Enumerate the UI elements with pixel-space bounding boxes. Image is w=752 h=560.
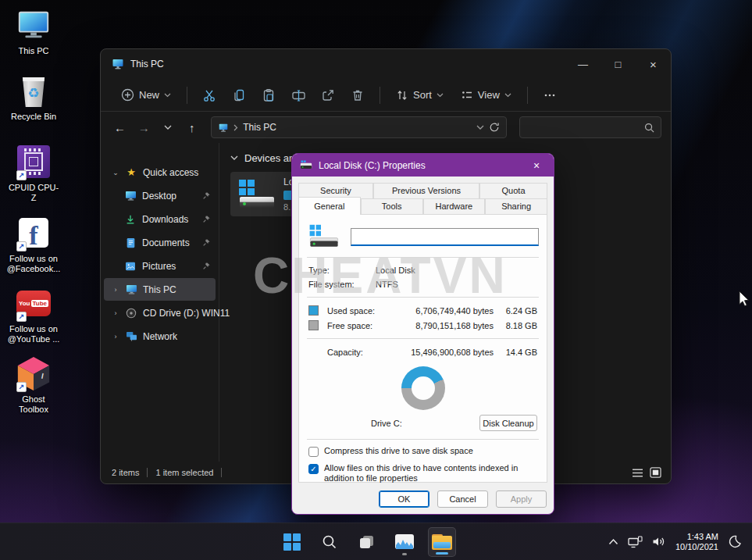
search-icon [322, 534, 337, 550]
taskbar-clock[interactable]: 1:43 AM 10/10/2021 [675, 532, 718, 552]
desktop-icon-label: Recycle Bin [6, 112, 61, 122]
trash-icon [351, 88, 365, 102]
copy-button[interactable] [226, 84, 251, 107]
night-light-moon-icon[interactable] [728, 535, 741, 548]
sidebar-item-network[interactable]: › Network [104, 325, 216, 348]
dialog-checkbox-1[interactable]: Allow files on this drive to have conten… [308, 463, 537, 483]
dialog-tabs: Security Previous Versions Quota General… [292, 177, 554, 215]
task-view-icon [358, 534, 375, 550]
start-button[interactable] [278, 527, 306, 557]
sidebar-item-pictures[interactable]: Pictures [104, 255, 216, 277]
dialog-checkbox-0[interactable]: Compress this drive to save disk space [308, 446, 537, 457]
up-button[interactable]: ↑ [182, 117, 201, 137]
view-button[interactable]: View [454, 84, 518, 106]
search-input[interactable] [519, 116, 661, 138]
ok-button[interactable]: OK [379, 490, 429, 508]
rename-icon [291, 88, 306, 102]
explorer-titlebar[interactable]: This PC — □ × [101, 49, 671, 79]
share-button[interactable] [315, 84, 340, 107]
checkbox-icon[interactable] [308, 447, 319, 457]
desktop-icon-this-pc[interactable]: This PC [6, 6, 61, 56]
divider [307, 297, 539, 298]
scissors-icon [202, 88, 216, 102]
free-space-row: Free space: 8,790,151,168 bytes 8.18 GB [307, 318, 539, 333]
dialog-footer: OK Cancel Apply [292, 484, 554, 514]
sidebar-item-quick-access[interactable]: ⌄ ★ Quick access [104, 161, 216, 184]
sort-button[interactable]: Sort [390, 84, 450, 106]
chevron-collapsed-icon[interactable]: › [112, 286, 119, 294]
task-manager-icon [395, 534, 414, 549]
forward-button[interactable]: → [134, 117, 154, 137]
sidebar-item-this-pc[interactable]: › This PC [104, 278, 216, 301]
chevron-expanded-icon[interactable]: ⌄ [112, 169, 119, 177]
plus-circle-icon [121, 88, 134, 102]
volume-icon[interactable] [652, 536, 666, 548]
dialog-titlebar[interactable]: Local Disk (C:) Properties × [292, 154, 554, 177]
file-explorer-button[interactable] [428, 527, 456, 557]
desktop-icon-label: CPUID CPU-Z [6, 183, 61, 203]
desktop-icon-label: Follow us on @Facebook... [6, 254, 61, 274]
running-indicator [402, 553, 407, 555]
details-view-button[interactable] [632, 468, 643, 478]
tab-page-general: Type: Local Disk File system: NTFS Used … [298, 214, 547, 483]
paste-button[interactable] [256, 84, 281, 107]
shortcut-arrow-icon: ↗ [16, 382, 27, 392]
sidebar-item-documents[interactable]: Documents [104, 231, 216, 254]
breadcrumb[interactable]: This PC [243, 122, 276, 133]
apply-button[interactable]: Apply [496, 490, 547, 508]
chevron-down-icon[interactable] [476, 125, 484, 130]
large-icons-view-button[interactable] [650, 467, 661, 478]
desktop-icon-youtube[interactable]: YouTube ↗ Follow us on @YouTube ... [6, 284, 61, 344]
tab-sharing[interactable]: Sharing [485, 198, 547, 215]
new-button[interactable]: New [115, 84, 177, 106]
used-space-bytes: 6,706,749,440 bytes [401, 306, 494, 316]
back-button[interactable]: ← [110, 117, 130, 137]
desktop-icon-recycle-bin[interactable]: ♻ Recycle Bin [6, 72, 61, 122]
desktop-icon-cpuz[interactable]: ↗ CPUID CPU-Z [6, 143, 61, 203]
clock-date: 10/10/2021 [675, 542, 718, 552]
dialog-close-button[interactable]: × [527, 159, 546, 172]
tab-quota[interactable]: Quota [479, 183, 547, 198]
maximize-button[interactable]: □ [601, 49, 636, 79]
hidden-icons-chevron-icon[interactable] [608, 538, 618, 545]
cancel-button[interactable]: Cancel [437, 490, 488, 508]
address-box[interactable]: This PC [211, 116, 507, 138]
sidebar-item-downloads[interactable]: Downloads [104, 208, 216, 230]
tab-tools[interactable]: Tools [361, 198, 423, 215]
used-space-row: Used space: 6,706,749,440 bytes 6.24 GB [307, 303, 539, 318]
mouse-cursor [739, 291, 752, 308]
network-icon[interactable] [628, 536, 643, 548]
download-icon [124, 214, 137, 225]
more-options-button[interactable] [537, 84, 562, 107]
minimize-button[interactable]: — [565, 49, 601, 79]
task-view-button[interactable] [353, 527, 381, 557]
desktop-icon-facebook[interactable]: f ↗ Follow us on @Facebook... [6, 214, 61, 274]
shortcut-arrow-icon: ↗ [16, 241, 27, 251]
tab-previous-versions[interactable]: Previous Versions [373, 183, 479, 198]
pin-icon [202, 238, 211, 247]
disk-cleanup-button[interactable]: Disk Cleanup [479, 415, 537, 431]
checkbox-icon[interactable] [308, 464, 319, 474]
cpuz-icon: ↗ [15, 143, 52, 180]
volume-label-input[interactable] [351, 228, 539, 246]
recent-locations-button[interactable] [159, 117, 178, 137]
sidebar-item-desktop[interactable]: Desktop [104, 184, 216, 207]
facebook-icon: f ↗ [15, 214, 52, 251]
close-button[interactable]: × [636, 49, 671, 79]
cut-button[interactable] [197, 84, 222, 107]
tab-hardware[interactable]: Hardware [423, 198, 486, 215]
rename-button[interactable] [286, 84, 311, 107]
delete-button[interactable] [345, 84, 370, 107]
sidebar-item-cd-drive[interactable]: › CD Drive (D:) WIN11 [104, 301, 216, 324]
tab-general[interactable]: General [298, 197, 361, 215]
taskbar-search-button[interactable] [315, 527, 344, 557]
drive-icon [308, 224, 340, 249]
desktop-icon-ghost-toolbox[interactable]: / ↗ Ghost Toolbox [6, 355, 61, 415]
refresh-icon[interactable] [489, 122, 500, 133]
chevron-collapsed-icon[interactable]: › [112, 309, 119, 317]
cd-drive-icon [125, 308, 137, 319]
document-icon [124, 237, 137, 248]
chevron-collapsed-icon[interactable]: › [112, 333, 119, 341]
task-manager-button[interactable] [390, 527, 419, 557]
tab-security[interactable]: Security [298, 183, 373, 198]
